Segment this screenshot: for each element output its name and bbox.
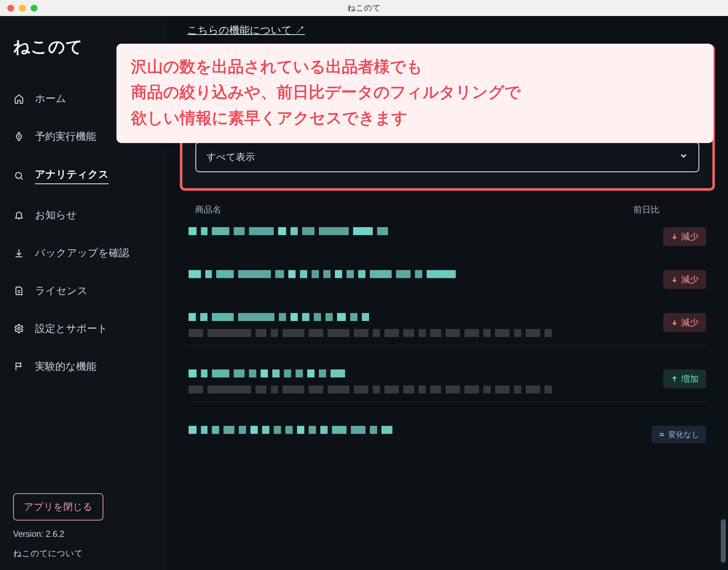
window-close-icon[interactable] bbox=[7, 5, 14, 12]
document-icon bbox=[13, 285, 25, 297]
select-value: すべて表示 bbox=[206, 151, 255, 163]
watch-icon bbox=[13, 131, 25, 142]
arrow-up-icon bbox=[671, 375, 678, 383]
scrollbar[interactable] bbox=[721, 519, 726, 563]
row-content bbox=[189, 426, 644, 434]
table-row[interactable]: 減少 bbox=[189, 266, 706, 289]
close-app-button[interactable]: アプリを閉じる bbox=[13, 493, 103, 520]
sidebar-item-7[interactable]: 実験的な機能 bbox=[13, 360, 154, 373]
diff-badge-nochange: 変化なし bbox=[652, 426, 706, 443]
window-minimize-icon[interactable] bbox=[19, 5, 26, 12]
sidebar-item-2[interactable]: アナリティクス bbox=[13, 167, 154, 184]
table-row[interactable]: 減少 bbox=[189, 223, 706, 246]
sidebar-item-label: ホーム bbox=[35, 92, 66, 106]
badge-label: 減少 bbox=[681, 231, 699, 242]
about-link[interactable]: ねこのてについて bbox=[13, 548, 154, 559]
column-product-name: 商品名 bbox=[195, 204, 633, 215]
badge-label: 変化なし bbox=[668, 430, 700, 440]
version-label: Version: 2.6.2 bbox=[13, 529, 154, 539]
sidebar-item-3[interactable]: お知らせ bbox=[13, 208, 154, 222]
table-header: 商品名 前日比 bbox=[167, 199, 728, 223]
row-product-name bbox=[189, 369, 656, 377]
row-product-name bbox=[189, 313, 656, 321]
sidebar-item-6[interactable]: 設定とサポート bbox=[13, 322, 154, 336]
svg-line-2 bbox=[21, 178, 23, 179]
diff-badge-increase: 増加 bbox=[663, 369, 706, 388]
window-title: ねこのて bbox=[0, 3, 728, 13]
feature-about-link[interactable]: こちらの機能について ↗ bbox=[167, 16, 318, 44]
sidebar-item-label: バックアップを確認 bbox=[35, 246, 129, 260]
search-icon bbox=[13, 170, 25, 182]
badge-label: 減少 bbox=[681, 274, 699, 285]
home-icon bbox=[13, 93, 25, 104]
arrow-down-icon bbox=[671, 233, 678, 240]
diff-badge-decrease: 減少 bbox=[663, 313, 706, 332]
row-content bbox=[189, 227, 656, 235]
badge-label: 減少 bbox=[681, 317, 699, 328]
sidebar-item-label: アナリティクス bbox=[35, 167, 109, 184]
row-secondary-text bbox=[189, 329, 656, 337]
sidebar-item-label: 予約実行機能 bbox=[35, 130, 96, 143]
row-content bbox=[189, 369, 656, 393]
sidebar-item-label: 設定とサポート bbox=[35, 322, 108, 336]
badge-label: 増加 bbox=[681, 373, 699, 385]
callout-line: 商品の絞り込みや、前日比データのフィルタリングで bbox=[131, 79, 699, 105]
explainer-callout: 沢山の数を出品されている出品者様でも 商品の絞り込みや、前日比データのフィルタリ… bbox=[116, 44, 713, 143]
sidebar-item-label: 実験的な機能 bbox=[35, 360, 96, 373]
window-titlebar: ねこのて bbox=[0, 0, 728, 16]
flag-icon bbox=[13, 361, 25, 372]
sidebar-item-5[interactable]: ライセンス bbox=[13, 284, 154, 298]
callout-line: 欲しい情報に素早くアクセスできます bbox=[131, 105, 699, 131]
bell-icon bbox=[13, 209, 25, 221]
table-body: 減少減少減少増加変化なし bbox=[167, 223, 728, 443]
diff-badge-decrease: 減少 bbox=[663, 227, 706, 246]
table-row[interactable]: 変化なし bbox=[189, 421, 706, 443]
row-product-name bbox=[189, 270, 656, 278]
download-icon bbox=[13, 247, 25, 259]
table-row[interactable]: 減少 bbox=[189, 309, 706, 345]
day-diff-filter-select[interactable]: すべて表示 bbox=[195, 142, 699, 172]
callout-line: 沢山の数を出品されている出品者様でも bbox=[131, 54, 699, 79]
diff-badge-decrease: 減少 bbox=[663, 270, 706, 289]
arrow-down-icon bbox=[671, 319, 678, 326]
row-product-name bbox=[189, 426, 644, 434]
row-product-name bbox=[189, 227, 656, 235]
svg-point-3 bbox=[18, 328, 20, 330]
row-content bbox=[189, 313, 656, 337]
sidebar-item-label: お知らせ bbox=[35, 208, 77, 222]
column-day-diff: 前日比 bbox=[633, 204, 706, 215]
chevron-down-icon bbox=[679, 151, 688, 163]
gear-icon bbox=[13, 323, 25, 335]
sidebar-item-4[interactable]: バックアップを確認 bbox=[13, 246, 154, 260]
window-zoom-icon[interactable] bbox=[31, 5, 37, 12]
sidebar-item-label: ライセンス bbox=[35, 284, 88, 298]
svg-point-1 bbox=[16, 173, 21, 178]
row-content bbox=[189, 270, 656, 278]
arrow-down-icon bbox=[671, 276, 678, 283]
row-secondary-text bbox=[189, 385, 656, 393]
equals-icon bbox=[658, 431, 665, 438]
table-row[interactable]: 増加 bbox=[189, 365, 706, 402]
